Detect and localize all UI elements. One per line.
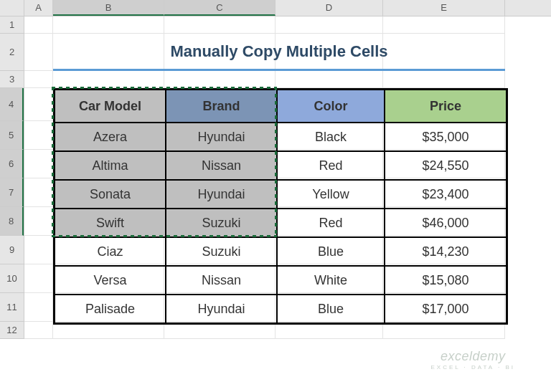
row-header-6[interactable]: 6: [0, 150, 24, 178]
col-header-D[interactable]: D: [276, 0, 383, 16]
table-row: Palisade Hyundai Blue $17,000: [55, 295, 507, 323]
td-car-model[interactable]: Swift: [55, 209, 166, 237]
th-price: Price: [385, 90, 507, 123]
td-brand[interactable]: Suzuki: [166, 237, 277, 266]
col-header-A[interactable]: A: [24, 0, 53, 16]
table-row: Altima Nissan Red $24,550: [55, 151, 507, 180]
watermark: exceldemy EXCEL · DATA · BI: [430, 349, 515, 371]
row-header-5[interactable]: 5: [0, 121, 24, 150]
col-header-C[interactable]: C: [164, 0, 276, 16]
td-color[interactable]: Blue: [277, 295, 385, 323]
table-row: Sonata Hyundai Yellow $23,400: [55, 180, 507, 209]
td-car-model[interactable]: Altima: [55, 151, 166, 180]
row-header-7[interactable]: 7: [0, 178, 24, 207]
watermark-line2: EXCEL · DATA · BI: [430, 364, 515, 371]
td-color[interactable]: Blue: [277, 237, 385, 266]
row-header-11[interactable]: 11: [0, 293, 24, 322]
table-row: Azera Hyundai Black $35,000: [55, 123, 507, 151]
column-header-row: A B C D E: [0, 0, 551, 16]
td-car-model[interactable]: Azera: [55, 123, 166, 151]
td-color[interactable]: Black: [277, 123, 385, 151]
row-header-10[interactable]: 10: [0, 264, 24, 293]
td-brand[interactable]: Nissan: [166, 266, 277, 295]
td-color[interactable]: Red: [277, 209, 385, 237]
td-price[interactable]: $35,000: [385, 123, 507, 151]
cell-grid[interactable]: Manually Copy Multiple Cells Car Model B…: [24, 16, 505, 339]
watermark-line1: exceldemy: [430, 349, 515, 364]
td-brand[interactable]: Nissan: [166, 151, 277, 180]
table-row: Versa Nissan White $15,080: [55, 266, 507, 295]
td-car-model[interactable]: Palisade: [55, 295, 166, 323]
td-brand[interactable]: Hyundai: [166, 180, 277, 209]
col-header-E[interactable]: E: [383, 0, 505, 16]
td-price[interactable]: $24,550: [385, 151, 507, 180]
page-title: Manually Copy Multiple Cells: [53, 34, 505, 71]
td-price[interactable]: $15,080: [385, 266, 507, 295]
th-car-model: Car Model: [55, 90, 166, 123]
td-price[interactable]: $17,000: [385, 295, 507, 323]
td-price[interactable]: $46,000: [385, 209, 507, 237]
row-header-column: 1 2 3 4 5 6 7 8 9 10 11 12: [0, 16, 24, 339]
col-header-B[interactable]: B: [53, 0, 164, 16]
select-all-corner[interactable]: [0, 0, 24, 16]
row-header-12[interactable]: 12: [0, 322, 24, 339]
table-header-row: Car Model Brand Color Price: [55, 90, 507, 123]
th-color: Color: [277, 90, 385, 123]
td-color[interactable]: Yellow: [277, 180, 385, 209]
row-header-1[interactable]: 1: [0, 16, 24, 34]
table-row: Ciaz Suzuki Blue $14,230: [55, 237, 507, 266]
td-brand[interactable]: Hyundai: [166, 295, 277, 323]
table-row: Swift Suzuki Red $46,000: [55, 209, 507, 237]
td-color[interactable]: White: [277, 266, 385, 295]
td-car-model[interactable]: Ciaz: [55, 237, 166, 266]
th-brand: Brand: [166, 90, 277, 123]
td-brand[interactable]: Suzuki: [166, 209, 277, 237]
td-color[interactable]: Red: [277, 151, 385, 180]
row-header-2[interactable]: 2: [0, 34, 24, 71]
td-car-model[interactable]: Versa: [55, 266, 166, 295]
td-price[interactable]: $23,400: [385, 180, 507, 209]
data-table: Car Model Brand Color Price Azera Hyunda…: [53, 88, 508, 325]
row-header-9[interactable]: 9: [0, 236, 24, 264]
row-header-8[interactable]: 8: [0, 207, 24, 236]
td-price[interactable]: $14,230: [385, 237, 507, 266]
row-header-4[interactable]: 4: [0, 88, 24, 121]
td-car-model[interactable]: Sonata: [55, 180, 166, 209]
spreadsheet: A B C D E 1 2 3 4 5 6 7 8 9 10 11 12: [0, 0, 551, 392]
td-brand[interactable]: Hyundai: [166, 123, 277, 151]
row-header-3[interactable]: 3: [0, 71, 24, 88]
